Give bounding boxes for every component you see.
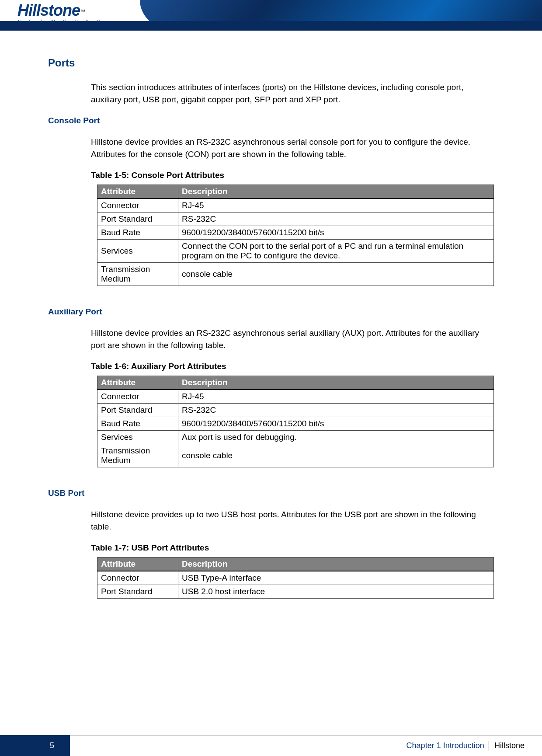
cell-attr: Baud Rate — [97, 226, 178, 240]
table-row: Baud Rate9600/19200/38400/57600/115200 b… — [97, 417, 494, 431]
table-aux: Attribute Description ConnectorRJ-45 Por… — [97, 376, 494, 467]
table-row: Baud Rate9600/19200/38400/57600/115200 b… — [97, 226, 494, 240]
cell-desc: RJ-45 — [178, 390, 494, 404]
cell-desc: 9600/19200/38400/57600/115200 bit/s — [178, 417, 494, 431]
cell-attr: Baud Rate — [97, 417, 178, 431]
section-title-aux: Auxiliary Port — [48, 307, 494, 317]
cell-attr: Connector — [97, 571, 178, 585]
table-row: Port StandardRS-232C — [97, 213, 494, 226]
cell-desc: USB Type-A interface — [178, 571, 494, 585]
section-title-ports: Ports — [48, 57, 494, 69]
table-header-row: Attribute Description — [97, 557, 494, 571]
table-caption-aux: Table 1-6: Auxiliary Port Attributes — [91, 362, 494, 371]
cell-attr: Transmission Medium — [97, 263, 178, 286]
table-header-attribute: Attribute — [97, 185, 178, 199]
footer-separator: │ — [487, 741, 492, 750]
cell-desc: Connect the CON port to the serial port … — [178, 240, 494, 263]
cell-desc: RJ-45 — [178, 199, 494, 213]
table-row: Transmission Mediumconsole cable — [97, 444, 494, 467]
table-row: ServicesAux port is used for debugging. — [97, 431, 494, 444]
table-row: ConnectorRJ-45 — [97, 390, 494, 404]
cell-attr: Port Standard — [97, 404, 178, 417]
cell-attr: Port Standard — [97, 585, 178, 599]
table-row: Transmission Mediumconsole cable — [97, 263, 494, 286]
table-header-row: Attribute Description — [97, 185, 494, 199]
page-footer: 5 Chapter 1 Introduction │ Hillstone — [0, 735, 542, 756]
table-header-description: Description — [178, 557, 494, 571]
table-header-description: Description — [178, 185, 494, 199]
cell-desc: Aux port is used for debugging. — [178, 431, 494, 444]
cell-attr: Connector — [97, 199, 178, 213]
logo-subtitle: N E T W O R K S — [17, 19, 104, 24]
cell-attr: Transmission Medium — [97, 444, 178, 467]
footer-page-block: 5 — [0, 735, 70, 756]
section-intro-ports: This section introduces attributes of in… — [91, 81, 494, 105]
section-title-usb: USB Port — [48, 488, 494, 498]
logo-text: Hillstone — [17, 1, 80, 19]
table-header-row: Attribute Description — [97, 376, 494, 390]
table-header-description: Description — [178, 376, 494, 390]
table-row: ServicesConnect the CON port to the seri… — [97, 240, 494, 263]
cell-attr: Port Standard — [97, 213, 178, 226]
footer-brand: Hillstone — [494, 741, 525, 750]
section-intro-usb: Hillstone device provides up to two USB … — [91, 509, 494, 533]
brand-logo: Hillstone™ N E T W O R K S — [17, 3, 104, 24]
cell-attr: Services — [97, 240, 178, 263]
table-row: Port StandardRS-232C — [97, 404, 494, 417]
page-header: Hillstone™ N E T W O R K S — [0, 0, 542, 31]
cell-desc: RS-232C — [178, 213, 494, 226]
cell-desc: RS-232C — [178, 404, 494, 417]
cell-desc: 9600/19200/38400/57600/115200 bit/s — [178, 226, 494, 240]
table-row: Port StandardUSB 2.0 host interface — [97, 585, 494, 599]
page-content: Ports This section introduces attributes… — [0, 31, 542, 612]
table-header-attribute: Attribute — [97, 376, 178, 390]
cell-desc: console cable — [178, 263, 494, 286]
footer-info: Chapter 1 Introduction │ Hillstone — [70, 735, 542, 756]
section-title-console: Console Port — [48, 116, 494, 125]
footer-page-number: 5 — [50, 741, 54, 750]
table-console: Attribute Description ConnectorRJ-45 Por… — [97, 185, 494, 286]
table-caption-usb: Table 1-7: USB Port Attributes — [91, 543, 494, 553]
section-intro-aux: Hillstone device provides an RS-232C asy… — [91, 327, 494, 351]
table-header-attribute: Attribute — [97, 557, 178, 571]
cell-desc: USB 2.0 host interface — [178, 585, 494, 599]
cell-attr: Connector — [97, 390, 178, 404]
table-row: ConnectorUSB Type-A interface — [97, 571, 494, 585]
footer-chapter: Chapter 1 Introduction — [406, 741, 484, 750]
cell-attr: Services — [97, 431, 178, 444]
cell-desc: console cable — [178, 444, 494, 467]
table-row: ConnectorRJ-45 — [97, 199, 494, 213]
logo-trademark: ™ — [80, 8, 85, 14]
section-intro-console: Hillstone device provides an RS-232C asy… — [91, 136, 494, 160]
table-caption-console: Table 1-5: Console Port Attributes — [91, 171, 494, 180]
table-usb: Attribute Description ConnectorUSB Type-… — [97, 557, 494, 599]
